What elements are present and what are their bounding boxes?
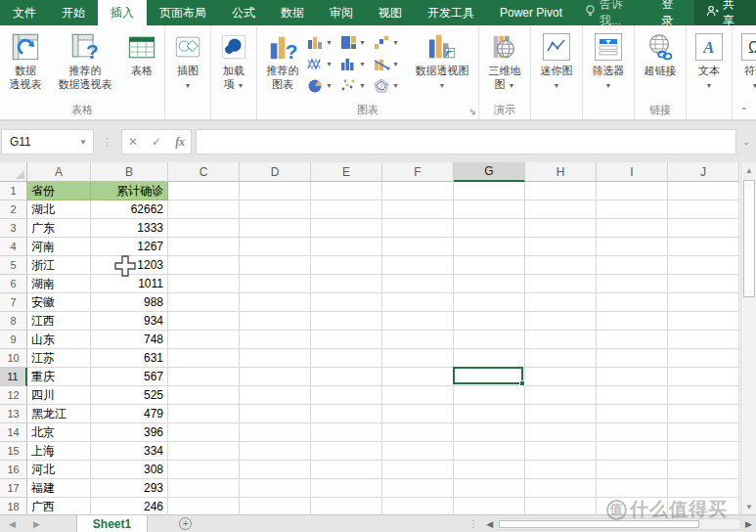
pivotchart-button[interactable]: 数据透视图▼ [407, 27, 477, 92]
tab-page-layout[interactable]: 页面布局 [147, 0, 219, 25]
cell-F11[interactable] [382, 368, 454, 386]
cell-F8[interactable] [382, 312, 454, 331]
cell-D17[interactable] [240, 479, 311, 498]
table-button[interactable]: 表格 [120, 27, 163, 77]
pie-chart-button[interactable]: ▼ [307, 74, 340, 96]
row-header-5[interactable]: 5 [0, 256, 27, 275]
cell-A9[interactable]: 山东 [27, 331, 91, 349]
cell-F13[interactable] [382, 405, 454, 423]
cell-B11[interactable]: 567 [91, 368, 168, 386]
cell-B9[interactable]: 748 [91, 331, 168, 349]
sheet-tab-sheet1[interactable]: Sheet1 [76, 515, 148, 532]
horizontal-scroll-thumb[interactable] [499, 520, 699, 528]
cell-A10[interactable]: 江苏 [27, 349, 91, 368]
cell-H14[interactable] [525, 423, 597, 442]
vertical-scroll-thumb[interactable] [743, 180, 755, 297]
cell-B3[interactable]: 1333 [91, 219, 168, 238]
cell-E7[interactable] [311, 293, 382, 312]
cell-D10[interactable] [240, 349, 311, 368]
cell-E5[interactable] [311, 256, 382, 275]
cell-E6[interactable] [311, 275, 382, 293]
cell-D7[interactable] [240, 293, 311, 312]
cell-C1[interactable] [168, 182, 240, 200]
cell-I14[interactable] [597, 423, 668, 442]
cell-A8[interactable]: 江西 [27, 312, 91, 331]
cell-I9[interactable] [597, 331, 668, 349]
cell-E14[interactable] [311, 423, 382, 442]
cell-J14[interactable] [668, 423, 739, 442]
cell-C12[interactable] [168, 386, 240, 405]
cell-J6[interactable] [668, 275, 739, 293]
cell-B17[interactable]: 293 [91, 479, 168, 498]
cell-H7[interactable] [525, 293, 597, 312]
cell-I12[interactable] [597, 386, 668, 405]
row-header-3[interactable]: 3 [0, 219, 27, 238]
cell-E16[interactable] [311, 461, 382, 479]
column-header-J[interactable]: J [668, 162, 739, 182]
cell-I6[interactable] [597, 275, 668, 293]
cell-B13[interactable]: 479 [91, 405, 168, 423]
scatter-chart-button[interactable]: ▼ [340, 74, 374, 96]
cell-H11[interactable] [525, 368, 597, 386]
recommended-pivottables-button[interactable]: ? 推荐的数据透视表 [50, 27, 120, 92]
cell-H9[interactable] [525, 331, 597, 349]
cell-G1[interactable] [454, 182, 525, 200]
cell-G7[interactable] [454, 293, 525, 312]
radar-chart-button[interactable]: ▼ [374, 74, 407, 96]
cell-H16[interactable] [525, 461, 597, 479]
cell-I2[interactable] [597, 200, 668, 219]
name-box[interactable]: G11 ▼ [1, 129, 94, 155]
column-header-F[interactable]: F [382, 162, 454, 182]
cell-D15[interactable] [240, 442, 311, 461]
cell-J16[interactable] [668, 461, 739, 479]
cell-B14[interactable]: 396 [91, 423, 168, 442]
pivottable-button[interactable]: 数据透视表 [1, 27, 50, 92]
cell-J17[interactable] [668, 479, 739, 498]
cell-G9[interactable] [454, 331, 525, 349]
cell-E15[interactable] [311, 442, 382, 461]
row-header-6[interactable]: 6 [0, 275, 27, 293]
tab-file[interactable]: 文件 [0, 0, 49, 25]
column-header-A[interactable]: A [27, 162, 91, 182]
cell-E17[interactable] [311, 479, 382, 498]
cell-F5[interactable] [382, 256, 454, 275]
cell-G16[interactable] [454, 461, 525, 479]
cell-E10[interactable] [311, 349, 382, 368]
cell-C15[interactable] [168, 442, 240, 461]
cell-F12[interactable] [382, 386, 454, 405]
cell-E12[interactable] [311, 386, 382, 405]
cell-H12[interactable] [525, 386, 597, 405]
cell-E8[interactable] [311, 312, 382, 331]
cell-E1[interactable] [311, 182, 382, 200]
cell-C11[interactable] [168, 368, 240, 386]
cell-B16[interactable]: 308 [91, 461, 168, 479]
recommended-charts-button[interactable]: ? 推荐的图表 [258, 27, 307, 92]
cell-E11[interactable] [311, 368, 382, 386]
cell-G6[interactable] [454, 275, 525, 293]
cell-C18[interactable] [168, 498, 240, 514]
cell-E9[interactable] [311, 331, 382, 349]
cell-G12[interactable] [454, 386, 525, 405]
cell-J2[interactable] [668, 200, 739, 219]
row-header-11[interactable]: 11 [0, 368, 27, 386]
cell-A2[interactable]: 湖北 [27, 200, 91, 219]
cell-H3[interactable] [525, 219, 597, 238]
tab-view[interactable]: 视图 [366, 0, 415, 25]
tab-scrollbar-splitter[interactable]: ⋮ [465, 518, 482, 529]
cell-G14[interactable] [454, 423, 525, 442]
cell-H15[interactable] [525, 442, 597, 461]
cell-H18[interactable] [525, 498, 597, 514]
cell-B8[interactable]: 934 [91, 312, 168, 331]
column-header-H[interactable]: H [525, 162, 597, 182]
cell-G4[interactable] [454, 238, 525, 256]
cell-F3[interactable] [382, 219, 454, 238]
cell-D1[interactable] [240, 182, 311, 200]
cell-A11[interactable]: 重庆 [27, 368, 91, 386]
hyperlink-button[interactable]: 超链接 [636, 27, 685, 77]
cell-F14[interactable] [382, 423, 454, 442]
cell-F1[interactable] [382, 182, 454, 200]
cell-B10[interactable]: 631 [91, 349, 168, 368]
cell-A18[interactable]: 广西 [27, 498, 91, 514]
column-header-G[interactable]: G [454, 162, 525, 182]
cell-D13[interactable] [240, 405, 311, 423]
